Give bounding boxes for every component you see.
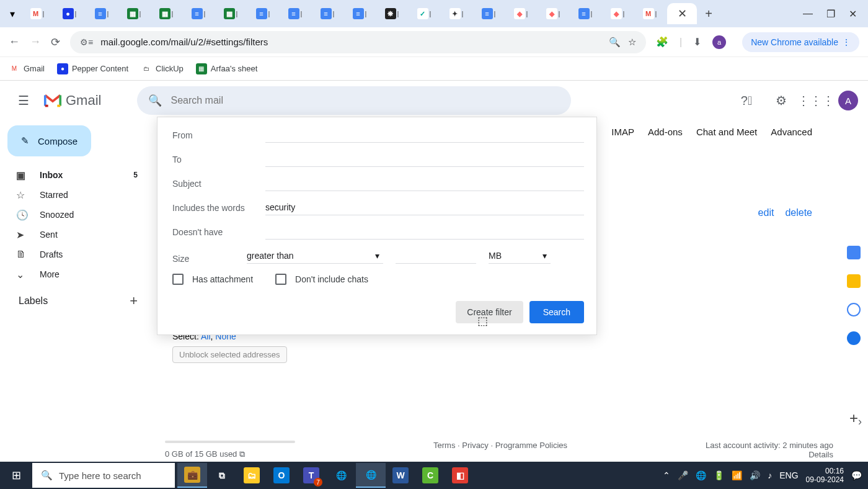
window-minimize[interactable]: —	[803, 8, 813, 20]
tab-other-1[interactable]: ❋|	[377, 4, 407, 23]
reload-button[interactable]: ⟳	[51, 35, 60, 49]
tab-sheets-1[interactable]: ▦|	[119, 4, 149, 23]
account-avatar[interactable]: A	[838, 91, 858, 110]
zoom-icon[interactable]: 🔍	[609, 37, 621, 48]
profile-avatar-small[interactable]: A	[712, 35, 726, 49]
taskbar-outlook[interactable]: O	[267, 463, 296, 488]
tray-volume-icon[interactable]: 🔊	[750, 470, 760, 480]
size-unit-select[interactable]: MB▾	[489, 248, 551, 264]
search-input[interactable]	[170, 95, 560, 106]
search-button[interactable]: Search	[529, 301, 584, 323]
bookmark-clickup[interactable]: 🗀ClickUp	[141, 63, 184, 74]
edit-filter-link[interactable]: edit	[758, 207, 774, 218]
tab-gmail-2[interactable]: M|	[635, 4, 665, 23]
new-tab-button[interactable]: +	[699, 4, 718, 23]
tray-lang[interactable]: ENG	[779, 470, 798, 480]
star-icon[interactable]: ☆	[628, 37, 636, 48]
sidebar-item-inbox[interactable]: ▣ Inbox 5	[5, 165, 149, 185]
gmail-logo[interactable]: Gmail	[43, 92, 101, 109]
bookmark-pepper[interactable]: ●Pepper Content	[57, 63, 128, 74]
has-attachment-checkbox[interactable]: Has attachment	[172, 274, 253, 285]
size-operator-select[interactable]: greater than▾	[247, 248, 383, 264]
compose-button[interactable]: ✎ Compose	[7, 125, 91, 156]
tray-wifi-icon[interactable]: 📶	[732, 470, 742, 480]
tray-chevron-icon[interactable]: ⌃	[663, 470, 670, 480]
tab-active-close[interactable]: ✕	[667, 3, 697, 24]
delete-filter-link[interactable]: delete	[785, 207, 812, 218]
support-icon[interactable]: ?⃝	[734, 88, 759, 113]
sidebar-item-more[interactable]: ⌄ More	[5, 264, 149, 284]
sidebar-item-snoozed[interactable]: 🕓 Snoozed	[5, 205, 149, 225]
taskbar-chrome-2[interactable]: 🌐	[356, 463, 386, 488]
tab-imap[interactable]: IMAP	[611, 127, 634, 137]
tab-sheets-2[interactable]: ▦|	[151, 4, 181, 23]
sidebar-item-drafts[interactable]: 🗎 Drafts	[5, 244, 149, 264]
bookmark-arfaa-sheet[interactable]: ▦Arfaa's sheet	[196, 63, 257, 74]
tab-chat-meet[interactable]: Chat and Meet	[696, 127, 757, 137]
details-link[interactable]: Details	[808, 450, 833, 459]
footer-links[interactable]: Terms · Privacy · Programme Policies	[433, 441, 567, 450]
tab-docs-7[interactable]: ≡|	[474, 4, 503, 23]
open-in-new-icon[interactable]: ⧉	[239, 449, 245, 459]
taskbar-taskview[interactable]: ⧉	[207, 463, 237, 488]
taskbar-camtasia[interactable]: C	[415, 463, 445, 488]
keep-icon[interactable]	[847, 274, 861, 288]
apps-grid-icon[interactable]: ⋮⋮⋮	[804, 88, 828, 113]
add-label-button[interactable]: +	[130, 293, 138, 309]
side-panel-toggle[interactable]: ›	[858, 415, 862, 428]
dont-include-chats-checkbox[interactable]: Don't include chats	[275, 274, 368, 285]
tray-mic-icon[interactable]: 🎤	[678, 470, 688, 480]
extensions-icon[interactable]: 🧩	[656, 36, 668, 48]
tab-clickup-1[interactable]: ◆|	[506, 4, 536, 23]
subject-input[interactable]	[265, 176, 584, 191]
from-input[interactable]	[265, 127, 584, 143]
forward-button[interactable]: →	[30, 35, 41, 48]
taskbar-chrome-1[interactable]: 🌐	[326, 463, 356, 488]
tasks-icon[interactable]	[847, 303, 861, 316]
taskbar-search[interactable]: 🔍 Type here to search	[32, 463, 175, 488]
back-button[interactable]: ←	[9, 35, 20, 48]
search-icon[interactable]: 🔍	[148, 94, 162, 107]
tab-clickup-2[interactable]: ◆|	[538, 4, 568, 23]
create-filter-button[interactable]: Create filter	[456, 301, 523, 323]
doesnt-have-input[interactable]	[265, 224, 584, 240]
taskbar-teams[interactable]: T7	[296, 463, 326, 488]
tab-docs-8[interactable]: ≡|	[570, 4, 600, 23]
tab-docs-4[interactable]: ≡|	[280, 4, 310, 23]
tray-notifications-icon[interactable]: 💬	[851, 470, 862, 480]
window-maximize[interactable]: ❐	[826, 8, 835, 20]
to-input[interactable]	[265, 151, 584, 167]
tray-clock[interactable]: 00:16 09-09-2024	[806, 467, 844, 485]
tab-check[interactable]: ✓|	[409, 4, 439, 23]
addons-plus-icon[interactable]: +	[849, 410, 858, 427]
calendar-icon[interactable]	[847, 246, 861, 259]
downloads-icon[interactable]: ⬇	[693, 36, 701, 48]
tab-chatgpt[interactable]: ✦|	[441, 4, 471, 23]
taskbar-explorer[interactable]: 🗂	[237, 463, 267, 488]
contacts-icon[interactable]	[847, 331, 861, 345]
tab-pepper[interactable]: ●|	[55, 4, 84, 23]
taskbar-snagit[interactable]: ◧	[445, 463, 475, 488]
site-info-icon[interactable]: ⚙≡	[80, 37, 93, 47]
tab-docs-3[interactable]: ≡|	[248, 4, 278, 23]
start-button[interactable]: ⊞	[0, 462, 32, 489]
tab-clickup-3[interactable]: ◆|	[603, 4, 632, 23]
tab-docs-1[interactable]: ≡|	[87, 4, 117, 23]
sidebar-item-starred[interactable]: ☆ Starred	[5, 185, 149, 205]
tab-list-dropdown[interactable]: ▾	[5, 6, 20, 21]
size-value-input[interactable]	[396, 248, 476, 264]
window-close[interactable]: ✕	[849, 8, 857, 20]
tray-sync-icon[interactable]: ♪	[768, 470, 772, 480]
settings-gear-icon[interactable]: ⚙	[769, 88, 794, 113]
taskbar-briefcase[interactable]: 💼	[177, 463, 207, 488]
tray-battery-icon[interactable]: 🔋	[714, 470, 724, 480]
url-field[interactable]: ⚙≡ mail.google.com/mail/u/2/#settings/fi…	[70, 31, 646, 53]
tab-docs-6[interactable]: ≡|	[345, 4, 374, 23]
tab-docs-5[interactable]: ≡|	[312, 4, 342, 23]
bookmark-gmail[interactable]: MGmail	[9, 63, 45, 74]
tab-docs-2[interactable]: ≡|	[184, 4, 213, 23]
includes-input[interactable]	[265, 200, 584, 215]
sidebar-item-sent[interactable]: ➤ Sent	[5, 225, 149, 244]
tray-globe-icon[interactable]: 🌐	[696, 470, 706, 480]
main-menu-icon[interactable]: ☰	[10, 87, 37, 114]
